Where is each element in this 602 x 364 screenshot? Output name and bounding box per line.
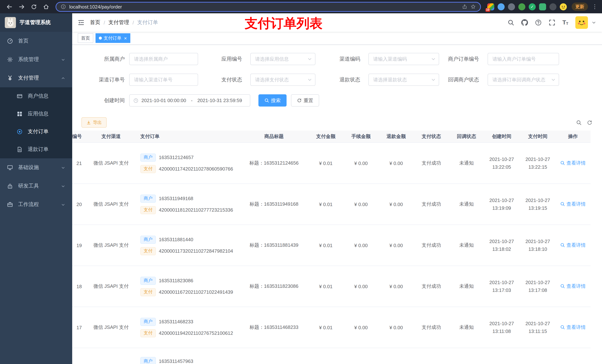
sidebar-item-label: 支付管理 [18, 75, 39, 81]
sidebar-item-label: 首页 [18, 38, 29, 44]
tag-home[interactable]: 首页 [78, 33, 93, 43]
refund-status-select[interactable] [368, 74, 439, 86]
action-cell: 查看详情 [555, 143, 591, 184]
sidebar-item-label: 应用信息 [28, 111, 49, 117]
search-button[interactable]: 搜索 [258, 94, 287, 106]
view-detail-link[interactable]: 查看详情 [560, 324, 586, 331]
url-bar[interactable]: localhost:1024/pay/order [55, 2, 481, 12]
date-start[interactable]: 2021-10-01 00:00:00 [141, 98, 186, 103]
navbar-actions: TT [508, 16, 602, 29]
merchant-order-input[interactable] [488, 53, 559, 65]
github-icon[interactable] [521, 19, 528, 26]
extension-icon[interactable]: ✓ [529, 3, 536, 10]
channel-code-select[interactable] [368, 53, 439, 65]
sidebar-item-refund-order[interactable]: 退款订单 [0, 141, 72, 158]
sidebar-item-workflow[interactable]: 工作流程 [0, 195, 72, 214]
reset-button[interactable]: 重置 [291, 94, 319, 106]
sidebar-item-label: 商户信息 [28, 93, 49, 100]
pay-status-input[interactable] [250, 74, 315, 86]
extension-icon[interactable] [539, 3, 546, 10]
export-button[interactable]: 导出 [81, 117, 107, 128]
docs-icon[interactable] [535, 19, 542, 26]
update-button[interactable]: 更新 [572, 3, 588, 11]
pay-channel-cell: 微信 JSAPI 支付 [87, 143, 135, 184]
sidebar-item-payment[interactable]: 支付管理 [0, 69, 72, 87]
app-select-input[interactable] [250, 53, 315, 65]
action-cell [555, 348, 591, 364]
reload-button[interactable] [29, 2, 39, 11]
target-icon [17, 129, 22, 135]
pay-amount-cell: ¥ 0.01 [309, 225, 343, 266]
sidebar-item-pay-order[interactable]: 支付订单 [0, 123, 72, 141]
refresh-table-icon[interactable] [587, 120, 592, 125]
table-row: 17 微信 JSAPI 支付 商户1635311468233支付42000011… [72, 307, 591, 348]
extension-icon[interactable]: 10 [487, 3, 494, 10]
gear-icon [7, 57, 13, 62]
extension-icon[interactable] [518, 3, 525, 10]
app-logo[interactable]: 芋道管理系统 [0, 13, 72, 32]
chevron-down-icon [431, 77, 436, 82]
app-select[interactable] [250, 53, 315, 65]
view-detail-link[interactable]: 查看详情 [560, 160, 586, 166]
merchant-order-field[interactable] [488, 53, 559, 65]
extension-icon[interactable] [508, 3, 515, 10]
pay-time-cell: 2021-10-2713:11:15 [520, 307, 555, 348]
search-toggle-icon[interactable] [576, 120, 582, 125]
breadcrumb-item-home[interactable]: 首页 [90, 19, 100, 26]
fullscreen-icon[interactable] [549, 19, 555, 26]
yen-icon [7, 75, 13, 81]
tag-label: 首页 [81, 35, 90, 41]
date-end[interactable]: 2021-10-31 23:59:59 [197, 98, 242, 103]
sidebar-toggle-button[interactable] [72, 13, 90, 32]
notify-status-input[interactable] [488, 74, 559, 86]
back-button[interactable] [4, 2, 14, 11]
url-text[interactable]: localhost:1024/pay/order [69, 4, 459, 10]
active-dot [99, 37, 102, 40]
search-icon[interactable] [508, 19, 514, 26]
extension-icon[interactable] [549, 3, 557, 10]
pay-tag: 支付 [140, 288, 156, 296]
channel-order-field[interactable] [129, 74, 198, 86]
home-button[interactable] [41, 2, 51, 11]
notify-status-select[interactable] [488, 74, 559, 86]
sidebar-item-app-info[interactable]: 应用信息 [0, 105, 72, 123]
breadcrumb-item-payment[interactable]: 支付管理 [108, 19, 129, 26]
browser-menu-icon[interactable]: ⋮ [592, 3, 598, 10]
refund-status-input[interactable] [368, 74, 439, 86]
share-icon[interactable] [462, 4, 467, 9]
close-icon[interactable]: × [124, 36, 127, 41]
view-detail-label: 查看详情 [567, 201, 586, 208]
pay-status-select[interactable] [250, 74, 315, 86]
sidebar-item-merchant-info[interactable]: 商户信息 [0, 87, 72, 105]
create-time-cell: 2021-10-2713:22:05 [483, 143, 520, 184]
forward-button[interactable] [17, 2, 26, 11]
merchant-select[interactable] [129, 53, 198, 65]
pay-amount-cell [309, 348, 343, 364]
product-title-cell: 标题：1635312124656 [239, 143, 309, 184]
view-detail-link[interactable]: 查看详情 [560, 201, 586, 208]
extension-icon[interactable] [498, 3, 505, 10]
sidebar-item-home[interactable]: 首页 [0, 32, 72, 50]
channel-code-input[interactable] [368, 53, 439, 65]
channel-order-input[interactable] [129, 74, 198, 86]
merchant-select-input[interactable] [129, 53, 198, 65]
table-body: 21 微信 JSAPI 支付 商户1635312124657支付42000011… [72, 143, 591, 364]
caret-down-icon[interactable] [592, 20, 596, 25]
fontsize-icon[interactable]: TT [562, 20, 568, 26]
sidebar-item-dev-tools[interactable]: 研发工具 [0, 177, 72, 195]
column-header: 商品标题 [239, 131, 309, 143]
avatar[interactable] [575, 16, 588, 29]
filter-label: 支付状态 [198, 76, 250, 83]
tag-pay-order[interactable]: 支付订单× [96, 33, 130, 43]
pay-status-cell [413, 348, 450, 364]
bookmark-star-icon[interactable] [471, 4, 476, 9]
notify-status-cell: 未通知 [450, 266, 483, 307]
date-range-picker[interactable]: 2021-10-01 00:00:00 - 2021-10-31 23:59:5… [129, 94, 250, 106]
product-title-cell: 标题：1635311881439 [239, 225, 309, 266]
emoji-extension-icon[interactable] [560, 3, 567, 10]
view-detail-link[interactable]: 查看详情 [560, 283, 586, 290]
sidebar-item-system[interactable]: 系统管理 [0, 50, 72, 69]
notify-status-cell: 未通知 [450, 143, 483, 184]
view-detail-link[interactable]: 查看详情 [560, 242, 586, 249]
sidebar-item-infrastructure[interactable]: 基础设施 [0, 158, 72, 177]
